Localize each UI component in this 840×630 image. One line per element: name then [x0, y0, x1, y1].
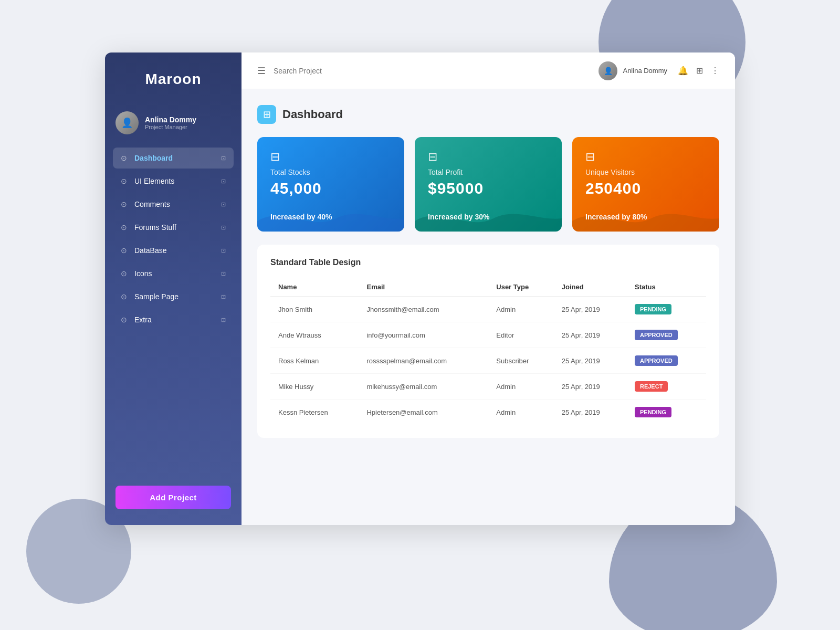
th-user-type: User Type: [488, 278, 554, 297]
sidebar-item-extra[interactable]: ⊙ Extra ⊡: [113, 309, 234, 330]
sidebar-item-comments[interactable]: ⊙ Comments ⊡: [113, 194, 234, 215]
stat-icon-total-stocks: ⊟: [270, 150, 391, 164]
nav-badge-forums-stuff: ⊡: [221, 224, 226, 231]
sidebar: Maroon 👤 Anlina Dommy Project Manager ⊙ …: [105, 52, 242, 525]
nav-icon-forums-stuff: ⊙: [121, 223, 129, 232]
notification-icon[interactable]: 🔔: [678, 66, 688, 76]
cell-email-3: mikehussy@email.com: [359, 374, 488, 400]
cell-usertype-2: Subscriber: [488, 348, 554, 374]
nav-icon-dashboard: ⊙: [121, 154, 129, 162]
page-title: Dashboard: [282, 108, 343, 121]
nav-icon-extra: ⊙: [121, 316, 129, 324]
sidebar-user-profile: 👤 Anlina Dommy Project Manager: [105, 103, 242, 148]
settings-icon[interactable]: ⊞: [696, 66, 703, 76]
main-content: ☰ 👤 Anlina Dommy 🔔 ⊞ ⋮ ⊞ Das: [242, 52, 735, 525]
table-section: Standard Table Design NameEmailUser Type…: [257, 245, 719, 438]
th-name: Name: [270, 278, 359, 297]
status-badge-0: PENDING: [635, 304, 671, 314]
more-icon[interactable]: ⋮: [711, 66, 719, 76]
nav-icon-icons: ⊙: [121, 269, 129, 278]
stat-value-unique-visitors: 250400: [585, 180, 706, 197]
stat-card-total-profit: ⊟ Total Profit $95000 Increased by 30%: [415, 137, 562, 232]
table-row: Kessn Pietersen Hpietersen@email.com Adm…: [270, 400, 706, 425]
sidebar-user-info: Anlina Dommy Project Manager: [145, 116, 196, 130]
add-project-button[interactable]: Add Project: [116, 486, 231, 509]
search-input[interactable]: [274, 67, 484, 75]
table-row: Mike Hussy mikehussy@email.com Admin 25 …: [270, 374, 706, 400]
cell-joined-1: 25 Apr, 2019: [554, 322, 627, 348]
cell-email-2: rosssspelman@email.com: [359, 348, 488, 374]
sidebar-item-sample-page[interactable]: ⊙ Sample Page ⊡: [113, 286, 234, 307]
table-head: NameEmailUser TypeJoinedStatus: [270, 278, 706, 297]
nav-icon-ui-elements: ⊙: [121, 177, 129, 185]
cell-status-2: APPROVED: [627, 348, 706, 374]
sidebar-logo: Maroon: [105, 52, 242, 103]
table-header-row: NameEmailUser TypeJoinedStatus: [270, 278, 706, 297]
nav-label-forums-stuff: Forums Stuff: [134, 223, 176, 232]
table-body: Jhon Smith Jhonssmith@email.com Admin 25…: [270, 297, 706, 425]
cell-usertype-1: Editor: [488, 322, 554, 348]
nav-item-left-database: ⊙ DataBase: [121, 246, 166, 255]
sidebar-item-database[interactable]: ⊙ DataBase ⊡: [113, 240, 234, 261]
status-badge-1: APPROVED: [635, 330, 678, 340]
stat-card-unique-visitors: ⊟ Unique Visitors 250400 Increased by 80…: [572, 137, 719, 232]
nav-item-left-dashboard: ⊙ Dashboard: [121, 154, 173, 162]
cell-email-0: Jhonssmith@email.com: [359, 297, 488, 322]
cell-status-4: PENDING: [627, 400, 706, 425]
nav-label-sample-page: Sample Page: [134, 292, 178, 301]
nav-item-left-comments: ⊙ Comments: [121, 200, 170, 208]
sidebar-user-name: Anlina Dommy: [145, 116, 196, 124]
nav-badge-dashboard: ⊡: [221, 155, 226, 162]
cell-usertype-4: Admin: [488, 400, 554, 425]
stat-card-top-total-profit: ⊟ Total Profit $95000: [428, 150, 549, 197]
nav-item-left-forums-stuff: ⊙ Forums Stuff: [121, 223, 176, 232]
header-user: 👤 Anlina Dommy: [598, 61, 667, 80]
th-status: Status: [627, 278, 706, 297]
menu-icon[interactable]: ☰: [257, 65, 266, 77]
cell-name-4: Kessn Pietersen: [270, 400, 359, 425]
nav-label-ui-elements: UI Elements: [134, 177, 174, 185]
stat-title-unique-visitors: Unique Visitors: [585, 168, 706, 176]
cell-name-0: Jhon Smith: [270, 297, 359, 322]
stat-icon-unique-visitors: ⊟: [585, 150, 706, 164]
sidebar-item-forums-stuff[interactable]: ⊙ Forums Stuff ⊡: [113, 217, 234, 238]
app-title: Maroon: [145, 71, 201, 87]
nav-badge-icons: ⊡: [221, 270, 226, 277]
page-title-row: ⊞ Dashboard: [257, 105, 719, 124]
stat-title-total-profit: Total Profit: [428, 168, 549, 176]
stat-change-unique-visitors: Increased by 80%: [585, 213, 706, 221]
header-right: 👤 Anlina Dommy 🔔 ⊞ ⋮: [598, 61, 719, 80]
header-avatar: 👤: [598, 61, 617, 80]
stat-icon-total-profit: ⊟: [428, 150, 549, 164]
stat-change-total-stocks: Increased by 40%: [270, 213, 391, 221]
data-table: NameEmailUser TypeJoinedStatus Jhon Smit…: [270, 278, 706, 425]
nav-badge-ui-elements: ⊡: [221, 178, 226, 185]
cell-usertype-0: Admin: [488, 297, 554, 322]
stat-card-top-total-stocks: ⊟ Total Stocks 45,000: [270, 150, 391, 197]
cell-email-4: Hpietersen@email.com: [359, 400, 488, 425]
nav-icon-sample-page: ⊙: [121, 292, 129, 301]
sidebar-item-ui-elements[interactable]: ⊙ UI Elements ⊡: [113, 171, 234, 192]
stat-value-total-stocks: 45,000: [270, 180, 391, 197]
nav-badge-database: ⊡: [221, 247, 226, 254]
cell-joined-4: 25 Apr, 2019: [554, 400, 627, 425]
header-username: Anlina Dommy: [623, 67, 667, 75]
status-badge-4: PENDING: [635, 407, 671, 417]
nav-badge-extra: ⊡: [221, 317, 226, 323]
cell-status-1: APPROVED: [627, 322, 706, 348]
header-icons: 🔔 ⊞ ⋮: [678, 66, 719, 76]
cell-name-2: Ross Kelman: [270, 348, 359, 374]
sidebar-item-icons[interactable]: ⊙ Icons ⊡: [113, 263, 234, 284]
page-title-icon: ⊞: [257, 105, 276, 124]
sidebar-item-dashboard[interactable]: ⊙ Dashboard ⊡: [113, 148, 234, 169]
nav-label-comments: Comments: [134, 200, 170, 208]
table-row: Ross Kelman rosssspelman@email.com Subsc…: [270, 348, 706, 374]
nav-item-left-extra: ⊙ Extra: [121, 316, 152, 324]
sidebar-navigation: ⊙ Dashboard ⊡ ⊙ UI Elements ⊡ ⊙ Comments…: [105, 148, 242, 475]
nav-badge-sample-page: ⊡: [221, 293, 226, 300]
status-badge-2: APPROVED: [635, 355, 678, 366]
th-joined: Joined: [554, 278, 627, 297]
stat-title-total-stocks: Total Stocks: [270, 168, 391, 176]
nav-badge-comments: ⊡: [221, 201, 226, 208]
cell-joined-3: 25 Apr, 2019: [554, 374, 627, 400]
